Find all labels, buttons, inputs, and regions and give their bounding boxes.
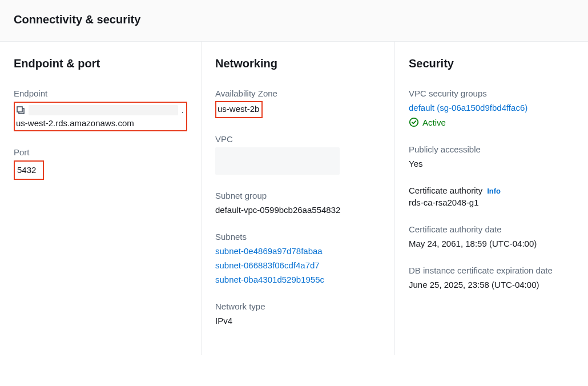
subnet-link-0[interactable]: subnet-0e4869a97d78fabaa — [215, 245, 381, 257]
field-publicly-accessible: Publicly accessible Yes — [409, 143, 574, 170]
field-db-cert-expiration: DB instance certificate expiration date … — [409, 264, 574, 291]
endpoint-redacted — [29, 105, 178, 115]
network-type-value: IPv4 — [215, 315, 381, 327]
endpoint-highlight: . us-west-2.rds.amazonaws.com — [14, 102, 187, 131]
vpc-sg-status: Active — [422, 116, 446, 128]
field-port: Port 5432 — [14, 146, 187, 180]
cert-authority-date-value: May 24, 2061, 18:59 (UTC-04:00) — [409, 238, 574, 250]
svg-rect-0 — [17, 107, 22, 112]
endpoint-copy-row: . — [16, 104, 184, 116]
vpc-label: VPC — [215, 133, 381, 145]
field-network-type: Network type IPv4 — [215, 300, 381, 327]
db-cert-exp-label: DB instance certificate expiration date — [409, 264, 574, 276]
security-heading: Security — [409, 55, 574, 71]
db-cert-exp-value: June 25, 2025, 23:58 (UTC-04:00) — [409, 279, 574, 291]
port-highlight: 5432 — [14, 160, 44, 180]
endpoint-label: Endpoint — [14, 87, 187, 99]
endpoint-dot: . — [182, 104, 184, 116]
subnet-link-2[interactable]: subnet-0ba4301d529b1955c — [215, 274, 381, 286]
cert-authority-info-link[interactable]: Info — [487, 186, 501, 196]
publicly-accessible-value: Yes — [409, 158, 574, 170]
subnet-group-label: Subnet group — [215, 190, 381, 202]
field-subnets: Subnets subnet-0e4869a97d78fabaa subnet-… — [215, 231, 381, 286]
field-vpc: VPC — [215, 133, 381, 175]
column-endpoint-port: Endpoint & port Endpoint . us-west-2.rds… — [0, 42, 201, 355]
field-certificate-authority-date: Certificate authority date May 24, 2061,… — [409, 223, 574, 250]
network-type-label: Network type — [215, 300, 381, 312]
subnet-link-1[interactable]: subnet-066883f06cdf4a7d7 — [215, 259, 381, 271]
field-endpoint: Endpoint . us-west-2.rds.amazonaws.com — [14, 87, 187, 131]
svg-point-1 — [410, 118, 418, 126]
panel-title: Connectivity & security — [14, 11, 574, 27]
networking-heading: Networking — [215, 55, 381, 71]
column-networking: Networking Availability Zone us-west-2b … — [201, 42, 395, 355]
field-subnet-group: Subnet group default-vpc-0599bcb26aa5548… — [215, 190, 381, 216]
az-label: Availability Zone — [215, 87, 381, 99]
endpoint-suffix: us-west-2.rds.amazonaws.com — [16, 117, 184, 129]
publicly-accessible-label: Publicly accessible — [409, 143, 574, 155]
cert-authority-value: rds-ca-rsa2048-g1 — [409, 196, 574, 208]
content-columns: Endpoint & port Endpoint . us-west-2.rds… — [0, 42, 588, 355]
port-value: 5432 — [17, 165, 36, 175]
vpc-sg-link[interactable]: default (sg-06a150d9fbd4ffac6) — [409, 103, 527, 112]
panel-header: Connectivity & security — [0, 0, 588, 42]
check-circle-icon — [409, 117, 419, 127]
vpc-sg-status-row: Active — [409, 116, 574, 128]
subnets-label: Subnets — [215, 231, 381, 243]
subnet-group-value: default-vpc-0599bcb26aa554832 — [215, 204, 381, 216]
copy-icon[interactable] — [16, 106, 25, 115]
cert-authority-date-label: Certificate authority date — [409, 223, 574, 235]
az-highlight: us-west-2b — [215, 101, 263, 118]
cert-authority-label: Certificate authority — [409, 184, 482, 196]
column-security: Security VPC security groups default (sg… — [395, 42, 588, 355]
field-certificate-authority: Certificate authority Info rds-ca-rsa204… — [409, 184, 574, 208]
field-vpc-security-groups: VPC security groups default (sg-06a150d9… — [409, 87, 574, 128]
vpc-redacted — [215, 147, 340, 175]
port-label: Port — [14, 146, 187, 158]
endpoint-port-heading: Endpoint & port — [14, 55, 187, 71]
az-value: us-west-2b — [218, 104, 259, 114]
field-availability-zone: Availability Zone us-west-2b — [215, 87, 381, 118]
vpc-sg-label: VPC security groups — [409, 87, 574, 99]
